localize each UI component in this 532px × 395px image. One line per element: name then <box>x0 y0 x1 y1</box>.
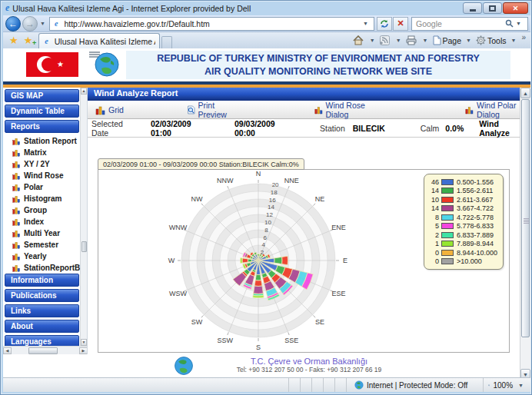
sidebar-item-label: Index <box>24 217 44 226</box>
add-favorite-icon[interactable]: ★+ <box>22 35 39 48</box>
search-box[interactable]: Google ▼ <box>411 17 528 31</box>
print-button[interactable] <box>404 35 421 45</box>
sidebar-item-matrix[interactable]: Matrix <box>5 147 79 158</box>
scroll-up-icon[interactable]: ▲ <box>520 88 530 98</box>
wind-rose-dialog-button[interactable]: Wind Rose Dialog <box>314 101 380 119</box>
toolbar-item-label: Grid <box>108 105 124 115</box>
address-bar[interactable]: e http://www.havaizleme.gov.tr/Default.h… <box>49 17 374 31</box>
zoom-dropdown-icon[interactable]: ▼ <box>516 383 526 388</box>
window-title: Ulusal Hava Kalitesi Izleme Agi - Intern… <box>12 4 251 13</box>
chart-series-tab[interactable]: 02/03/2009 01:00 - 09/03/2009 00:00 Stat… <box>98 158 304 170</box>
sidebar-item-wind-rose[interactable]: Wind Rose <box>5 170 79 181</box>
new-tab-button[interactable] <box>161 36 172 48</box>
sidebar-section-gis-map[interactable]: GIS MAP <box>5 89 79 102</box>
sidebar-hscroll-thumb[interactable] <box>28 347 58 354</box>
chart-icon <box>465 105 474 115</box>
sidebar-section-publications[interactable]: Publications <box>5 289 79 302</box>
sidebar-section-reports[interactable]: Reports <box>5 120 79 133</box>
sidebar-section-about[interactable]: About <box>5 320 79 333</box>
feeds-dropdown-icon[interactable]: ▼ <box>394 38 404 43</box>
svg-text:ENE: ENE <box>331 224 346 231</box>
stop-button[interactable]: ✕ <box>393 17 408 31</box>
refresh-button[interactable] <box>377 17 392 31</box>
back-button[interactable]: ← <box>5 16 21 32</box>
legend-swatch <box>441 232 454 238</box>
svg-text:NNW: NNW <box>217 177 234 184</box>
ie-logo-icon: e <box>5 2 9 14</box>
legend-row: 143.667-4.722 <box>428 204 497 214</box>
search-placeholder[interactable]: Google <box>416 19 505 28</box>
print-preview-button[interactable]: Print Preview <box>187 101 238 119</box>
address-url[interactable]: http://www.havaizleme.gov.tr/Default.htm <box>64 19 209 28</box>
stop-icon: ✕ <box>397 18 404 28</box>
scroll-up-icon[interactable]: ▲ <box>81 88 87 95</box>
sidebar-section-links[interactable]: Links <box>5 304 79 317</box>
page-icon <box>433 35 441 45</box>
legend-range-label: 8.944-10.000 <box>457 249 497 257</box>
scroll-down-icon[interactable]: ▼ <box>81 339 87 346</box>
navigation-bar: ← → ▼ e http://www.havaizleme.gov.tr/Def… <box>3 15 530 32</box>
main-scroll-thumb[interactable] <box>521 99 530 337</box>
search-icon[interactable] <box>505 19 514 28</box>
zoom-magnifier-icon <box>488 381 490 390</box>
tools-menu-button[interactable]: Tools <box>474 35 509 45</box>
sidebar-item-station-report[interactable]: Station Report <box>5 135 79 147</box>
page-dropdown-icon[interactable]: ▼ <box>464 38 474 43</box>
sidebar-scroll-thumb[interactable] <box>81 241 87 252</box>
sidebar-vertical-scrollbar[interactable]: ▲ ▼ <box>80 88 87 346</box>
forward-button[interactable]: → <box>22 16 38 32</box>
chart-icon <box>12 252 21 261</box>
ministry-logo-icon <box>94 51 120 81</box>
legend-swatch <box>441 250 454 256</box>
sidebar-section-information[interactable]: Information <box>5 274 79 287</box>
chart-icon <box>12 229 21 237</box>
svg-text:NNE: NNE <box>284 177 299 184</box>
tools-dropdown-icon[interactable]: ▼ <box>509 38 519 43</box>
sidebar-item-xy-2y[interactable]: XY / 2Y <box>5 158 79 170</box>
wind-rose-chart: NNNENEENEEESESESSESSSWSWWSWWWNWNWNNW2468… <box>98 169 510 353</box>
legend-count: 0 <box>428 257 439 265</box>
browser-tab[interactable]: e Ulusal Hava Kalitesi Izleme Agi <box>38 33 160 48</box>
maximize-button[interactable] <box>483 2 502 14</box>
toolbar-overflow-icon[interactable]: » <box>518 33 527 48</box>
sidebar-item-index[interactable]: Index <box>5 216 79 227</box>
favorites-star-icon[interactable]: ★ <box>3 35 22 48</box>
svg-text:SSW: SSW <box>218 337 234 344</box>
sidebar-item-semester[interactable]: Semester <box>5 239 79 251</box>
legend-swatch <box>441 214 454 221</box>
search-dropdown-icon[interactable]: ▼ <box>514 21 524 26</box>
scroll-right-icon[interactable]: ▶ <box>79 347 88 354</box>
svg-text:W: W <box>168 257 175 264</box>
chart-icon <box>12 264 21 272</box>
sidebar-item-histogram[interactable]: Histogram <box>5 193 79 204</box>
main-vertical-scrollbar[interactable]: ▲ ▼ <box>520 88 530 379</box>
print-dropdown-icon[interactable]: ▼ <box>421 38 431 43</box>
legend-swatch <box>441 179 454 185</box>
home-dropdown-icon[interactable]: ▼ <box>367 38 377 43</box>
history-dropdown-icon[interactable]: ▼ <box>38 21 48 26</box>
sidebar-item-polar[interactable]: Polar <box>5 181 79 193</box>
legend-swatch <box>441 223 454 229</box>
sidebar-item-label: Polar <box>24 183 43 191</box>
sidebar-item-stationreportbasefil[interactable]: StationReportBaseFil <box>5 262 79 274</box>
svg-text:8: 8 <box>264 227 268 234</box>
sidebar-item-group[interactable]: Group <box>5 204 79 216</box>
home-button[interactable] <box>351 35 367 45</box>
svg-text:SE: SE <box>315 318 324 326</box>
minimize-button[interactable] <box>463 2 482 14</box>
sidebar-item-multi-year[interactable]: Multi Year <box>5 227 79 239</box>
page-menu-button[interactable]: Page <box>431 35 464 45</box>
print-icon <box>406 35 417 45</box>
sidebar-item-yearly[interactable]: Yearly <box>5 251 79 262</box>
address-dropdown-icon[interactable]: ▼ <box>361 21 371 26</box>
scroll-left-icon[interactable]: ◀ <box>3 347 12 354</box>
sidebar-horizontal-scrollbar[interactable]: ◀ ▶ <box>3 346 88 354</box>
legend-range-label: 7.889-8.944 <box>457 240 494 247</box>
legend-count: 5 <box>428 222 439 230</box>
grid-button[interactable]: Grid <box>95 105 124 115</box>
sidebar-section-dynamic-table[interactable]: Dynamic Table <box>5 105 79 118</box>
zoom-control[interactable]: 100% ▼ <box>483 378 530 392</box>
close-button[interactable]: ✕ <box>503 2 528 14</box>
legend-range-label: 3.667-4.722 <box>457 204 494 212</box>
feeds-button[interactable] <box>377 35 394 45</box>
